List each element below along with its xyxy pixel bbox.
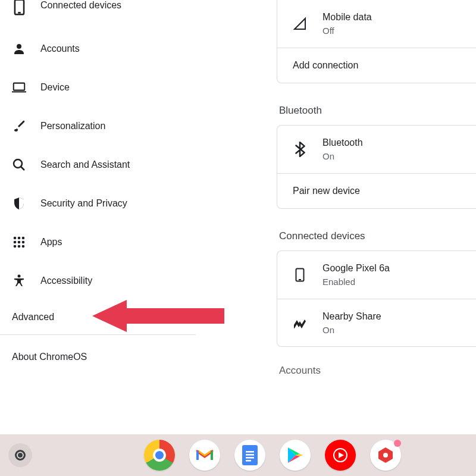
person-icon [12, 42, 26, 56]
svg-point-15 [22, 245, 25, 248]
sidebar-item-accessibility[interactable]: Accessibility [0, 261, 196, 300]
shelf-app-play[interactable] [280, 440, 311, 471]
mobile-data-title: Mobile data [322, 11, 372, 24]
svg-point-13 [14, 245, 17, 248]
sidebar-item-search-assistant[interactable]: Search and Assistant [0, 145, 196, 184]
settings-main-panel: Mobile data Off Add connection Bluetooth… [277, 0, 476, 434]
svg-point-16 [18, 274, 21, 277]
mobile-data-row[interactable]: Mobile data Off [277, 0, 476, 48]
sidebar-item-device[interactable]: Device [0, 68, 196, 107]
sidebar-item-personalization[interactable]: Personalization [0, 107, 196, 145]
svg-rect-26 [246, 460, 251, 462]
svg-point-5 [14, 159, 22, 168]
svg-point-2 [17, 44, 21, 49]
svg-rect-25 [246, 457, 254, 459]
sidebar-item-label: Device [40, 82, 70, 93]
sidebar-item-accounts[interactable]: Accounts [0, 29, 196, 68]
bluetooth-sub: On [322, 151, 363, 162]
mobile-signal-icon [293, 17, 307, 31]
bluetooth-card: Bluetooth On Pair new device [277, 125, 476, 209]
svg-rect-23 [246, 451, 254, 453]
apps-grid-icon [12, 235, 26, 249]
svg-point-9 [22, 236, 25, 239]
launcher-button[interactable] [8, 443, 32, 467]
connected-devices-card: Google Pixel 6a Enabled Nearby Share On [277, 250, 476, 347]
phone-icon [12, 0, 26, 14]
shelf-apps [144, 440, 401, 471]
sidebar-item-security-privacy[interactable]: Security and Privacy [0, 184, 196, 223]
svg-rect-3 [14, 83, 24, 90]
svg-line-6 [21, 167, 24, 170]
settings-sidebar: Connected devices Accounts Device Person… [0, 0, 196, 434]
bluetooth-icon [293, 142, 307, 156]
phone-device-title: Google Pixel 6a [322, 262, 390, 275]
sidebar-item-apps[interactable]: Apps [0, 223, 196, 261]
svg-point-12 [22, 240, 25, 243]
bluetooth-heading: Bluetooth [279, 105, 476, 117]
chrome-icon [153, 449, 166, 462]
phone-device-row[interactable]: Google Pixel 6a Enabled [277, 251, 476, 299]
phone-device-sub: Enabled [322, 276, 390, 288]
sidebar-item-label: Search and Assistant [40, 159, 130, 170]
svg-point-29 [383, 453, 388, 458]
gmail-icon [195, 448, 214, 462]
svg-point-11 [18, 240, 21, 243]
play-store-icon [287, 446, 303, 464]
bluetooth-row[interactable]: Bluetooth On [277, 126, 476, 173]
sidebar-item-label: Security and Privacy [40, 198, 127, 209]
sidebar-advanced-toggle[interactable]: Advanced [0, 300, 196, 334]
notification-badge [394, 440, 401, 447]
shelf-app-docs[interactable] [234, 440, 265, 471]
accounts-heading: Accounts [279, 365, 476, 377]
sidebar-item-label: Accessibility [40, 275, 92, 286]
svg-point-7 [14, 236, 17, 239]
svg-point-14 [18, 245, 21, 248]
shelf-app-hex[interactable] [370, 440, 401, 471]
connected-devices-heading: Connected devices [279, 230, 476, 242]
brush-icon [12, 119, 26, 133]
launcher-icon [15, 450, 26, 461]
shield-icon [12, 196, 26, 211]
hexagon-icon [377, 446, 394, 464]
sidebar-item-label: Apps [40, 237, 62, 248]
nearby-share-icon [293, 316, 307, 330]
chromeos-shelf [0, 434, 476, 476]
shelf-app-youtube-music[interactable] [325, 440, 356, 471]
sidebar-item-label: Connected devices [40, 0, 121, 11]
sidebar-item-label: Personalization [40, 121, 105, 131]
pair-new-device-row[interactable]: Pair new device [277, 173, 476, 208]
add-connection-row[interactable]: Add connection [277, 48, 476, 83]
pair-new-device-label: Pair new device [293, 186, 360, 196]
docs-icon [242, 445, 258, 465]
nearby-share-title: Nearby Share [322, 310, 381, 323]
sidebar-item-label: Accounts [40, 43, 80, 54]
shelf-app-gmail[interactable] [189, 440, 220, 471]
mobile-data-sub: Off [322, 25, 372, 37]
phone-icon [293, 268, 307, 282]
svg-point-10 [14, 240, 17, 243]
accessibility-icon [12, 274, 26, 288]
bluetooth-title: Bluetooth [322, 136, 363, 149]
sidebar-advanced-label: Advanced [12, 312, 54, 322]
add-connection-label: Add connection [293, 60, 358, 70]
nearby-share-sub: On [322, 324, 381, 336]
sidebar-item-about[interactable]: About ChromeOS [0, 335, 196, 374]
svg-point-8 [18, 236, 21, 239]
sidebar-item-connected-devices[interactable]: Connected devices [0, 0, 196, 29]
shelf-app-chrome[interactable] [144, 440, 175, 471]
search-icon [12, 158, 26, 172]
network-card: Mobile data Off Add connection [277, 0, 476, 83]
nearby-share-row[interactable]: Nearby Share On [277, 299, 476, 346]
laptop-icon [12, 80, 26, 95]
svg-rect-24 [246, 454, 254, 456]
youtube-music-icon [331, 446, 350, 465]
sidebar-about-label: About ChromeOS [12, 352, 87, 362]
